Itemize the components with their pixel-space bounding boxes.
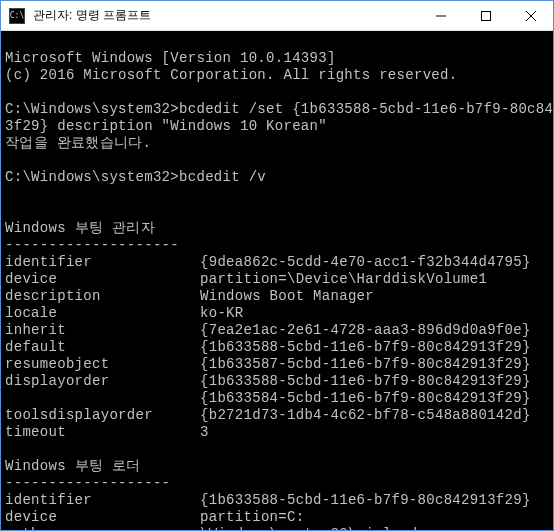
section-underline: -------------------- [5, 237, 179, 253]
console-line: 작업을 완료했습니다. [5, 135, 151, 151]
bm-timeout-value: 3 [200, 424, 209, 440]
bl-path-key: path [5, 526, 200, 530]
section-header: Windows 부팅 로더 [5, 458, 141, 474]
console-line: Microsoft Windows [Version 10.0.14393] [5, 50, 336, 66]
bm-toolsdisplayorder-value: {b2721d73-1db4-4c62-bf78-c548a880142d} [200, 407, 531, 423]
bm-device-value: partition=\Device\HarddiskVolume1 [200, 271, 487, 287]
console-output[interactable]: Microsoft Windows [Version 10.0.14393] (… [1, 31, 553, 530]
console-line: (c) 2016 Microsoft Corporation. All righ… [5, 67, 457, 83]
svg-rect-1 [481, 11, 490, 20]
bm-displayorder-value: {1b633588-5cbd-11e6-b7f9-80c842913f29} [200, 373, 531, 389]
bm-resumeobject-value: {1b633587-5cbd-11e6-b7f9-80c842913f29} [200, 356, 531, 372]
bl-identifier-value: {1b633588-5cbd-11e6-b7f9-80c842913f29} [200, 492, 531, 508]
bm-locale-value: ko-KR [200, 305, 244, 321]
bm-inherit-value: {7ea2e1ac-2e61-4728-aaa3-896d9d0a9f0e} [200, 322, 531, 338]
bm-timeout-key: timeout [5, 424, 200, 441]
command-prompt-window: C:\ 관리자: 명령 프롬프트 Microsoft Windows [Vers… [0, 0, 554, 531]
console-line: C:\Windows\system32>bcdedit /set {1b6335… [5, 101, 553, 117]
window-title: 관리자: 명령 프롬프트 [33, 7, 418, 24]
bm-description-key: description [5, 288, 200, 305]
bm-toolsdisplayorder-key: toolsdisplayorder [5, 407, 200, 424]
console-line: 3f29} description "Windows 10 Korean" [5, 118, 327, 134]
bm-default-key: default [5, 339, 200, 356]
bl-device-value: partition=C: [200, 509, 304, 525]
bm-locale-key: locale [5, 305, 200, 322]
bl-device-key: device [5, 509, 200, 526]
bm-resumeobject-key: resumeobject [5, 356, 200, 373]
bl-path-value: \Windows\system32\winload.exe [200, 526, 452, 530]
minimize-button[interactable] [418, 1, 463, 30]
bm-inherit-key: inherit [5, 322, 200, 339]
titlebar[interactable]: C:\ 관리자: 명령 프롬프트 [1, 1, 553, 31]
bl-identifier-key: identifier [5, 492, 200, 509]
bm-displayorder-key: displayorder [5, 373, 200, 390]
bm-device-key: device [5, 271, 200, 288]
bm-displayorder-value2: {1b633584-5cbd-11e6-b7f9-80c842913f29} [200, 390, 531, 406]
section-underline: ------------------- [5, 475, 170, 491]
console-line: C:\Windows\system32>bcdedit /v [5, 169, 266, 185]
section-header: Windows 부팅 관리자 [5, 220, 155, 236]
bm-description-value: Windows Boot Manager [200, 288, 374, 304]
maximize-button[interactable] [463, 1, 508, 30]
bm-identifier-value: {9dea862c-5cdd-4e70-acc1-f32b344d4795} [200, 254, 531, 270]
window-controls [418, 1, 553, 30]
bm-identifier-key: identifier [5, 254, 200, 271]
cmd-icon: C:\ [9, 8, 25, 24]
close-button[interactable] [508, 1, 553, 30]
bm-default-value: {1b633588-5cbd-11e6-b7f9-80c842913f29} [200, 339, 531, 355]
